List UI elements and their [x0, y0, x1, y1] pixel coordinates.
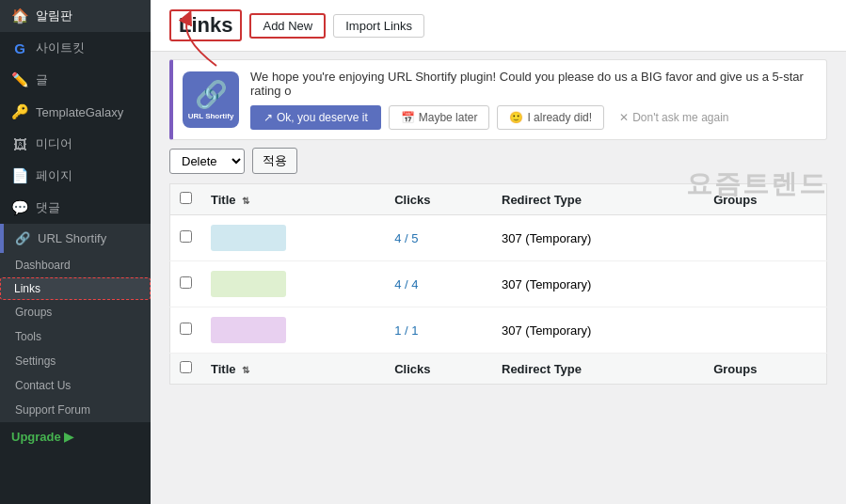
- th-title-label: Title: [211, 193, 236, 207]
- apply-button[interactable]: 적용: [252, 148, 297, 174]
- plugin-logo-text: URL Shortify: [188, 112, 234, 120]
- row-checkbox-cell: [170, 307, 202, 354]
- close-icon: ✕: [619, 111, 629, 124]
- row-checkbox-cell: [170, 215, 202, 261]
- dashboard-icon: 🏠: [11, 8, 28, 24]
- maybe-label: Maybe later: [419, 111, 478, 124]
- notice-actions: ↗ Ok, you deserve it 📅 Maybe later 🙂 I a…: [250, 105, 817, 130]
- add-new-button[interactable]: Add New: [249, 13, 326, 39]
- already-did-button[interactable]: 🙂 I already did!: [497, 105, 604, 130]
- redirect-type-value: 307 (Temporary): [502, 231, 591, 245]
- link-icon: 🔗: [15, 231, 30, 245]
- upgrade-button[interactable]: Upgrade ▶: [0, 422, 151, 451]
- plugin-notice: 🔗 URL Shortify We hope you're enjoying U…: [169, 59, 827, 140]
- select-all-checkbox[interactable]: [180, 192, 192, 204]
- sidebar-sub-links[interactable]: Links: [0, 277, 151, 300]
- sidebar-item-label: 미디어: [36, 135, 72, 152]
- sidebar-item-label: 글: [36, 71, 48, 88]
- posts-icon: ✏️: [11, 71, 28, 88]
- pages-icon: 📄: [11, 167, 28, 184]
- row-redirect-cell: 307 (Temporary): [492, 307, 704, 354]
- th-groups-label: Groups: [713, 193, 757, 207]
- sidebar-item-label: 댓글: [36, 199, 60, 216]
- sidebar-sub-groups[interactable]: Groups: [0, 300, 151, 324]
- sidebar-item-templategalaxy[interactable]: 🔑 TemplateGalaxy: [0, 96, 151, 128]
- sitekit-icon: G: [11, 40, 28, 56]
- dont-ask-button[interactable]: ✕ Don't ask me again: [612, 106, 736, 129]
- links-table: Title ⇅ Clicks Redirect Type Groups: [169, 183, 827, 385]
- sidebar-sub-dashboard[interactable]: Dashboard: [0, 253, 151, 277]
- row-groups-cell: [704, 215, 826, 261]
- row-title-cell: [201, 261, 385, 307]
- sidebar-sub-contact[interactable]: Contact Us: [0, 373, 151, 398]
- comments-icon: 💬: [11, 199, 28, 216]
- table-row: 1 / 1 307 (Temporary): [170, 307, 827, 354]
- smile-icon: 🙂: [509, 111, 523, 124]
- dontask-label: Don't ask me again: [632, 111, 728, 124]
- url-shortify-submenu: Dashboard Links Groups Tools Settings Co…: [0, 253, 151, 422]
- title-sort-icon-footer[interactable]: ⇅: [242, 365, 249, 375]
- clicks-link[interactable]: 4 / 5: [394, 231, 418, 245]
- sidebar-sub-support[interactable]: Support Forum: [0, 398, 151, 422]
- ok-label: Ok, you deserve it: [277, 111, 368, 124]
- upgrade-label: Upgrade ▶: [11, 430, 73, 444]
- link-color-indicator: [211, 225, 286, 251]
- redirect-type-value: 307 (Temporary): [502, 277, 591, 291]
- clicks-link[interactable]: 4 / 4: [394, 277, 418, 291]
- already-label: I already did!: [527, 111, 592, 124]
- clicks-link[interactable]: 1 / 1: [394, 323, 418, 338]
- tf-checkbox: [170, 354, 202, 385]
- sidebar-item-label: TemplateGalaxy: [36, 105, 123, 119]
- sidebar: 🏠 알림판 G 사이트킷 ✏️ 글 🔑 TemplateGalaxy 🖼 미디어…: [0, 0, 151, 504]
- plugin-logo-icon: 🔗: [195, 79, 228, 110]
- row-checkbox[interactable]: [180, 276, 192, 289]
- row-checkbox[interactable]: [180, 323, 192, 335]
- link-color-indicator: [211, 271, 286, 297]
- import-links-button[interactable]: Import Links: [333, 14, 424, 38]
- row-clicks-cell: 4 / 4: [385, 261, 492, 307]
- sidebar-item-media[interactable]: 🖼 미디어: [0, 128, 151, 160]
- row-checkbox-cell: [170, 261, 202, 307]
- url-shortify-label: URL Shortify: [38, 231, 106, 245]
- row-checkbox[interactable]: [180, 230, 192, 243]
- sidebar-item-pages[interactable]: 📄 페이지: [0, 160, 151, 192]
- maybe-later-button[interactable]: 📅 Maybe later: [389, 105, 490, 130]
- tf-title-label: Title: [211, 362, 236, 376]
- main-content: Links Add New Import Links 🔗 URL Shortif…: [151, 0, 846, 504]
- external-link-icon: ↗: [263, 111, 273, 124]
- tf-clicks: Clicks: [385, 354, 492, 385]
- bulk-action-select[interactable]: Delete: [169, 149, 245, 174]
- sidebar-item-label: 알림판: [36, 8, 72, 24]
- sidebar-sub-settings[interactable]: Settings: [0, 349, 151, 373]
- row-clicks-cell: 1 / 1: [385, 307, 492, 354]
- table-controls: Delete 적용: [169, 148, 827, 174]
- notice-content: We hope you're enjoying URL Shortify plu…: [250, 70, 817, 130]
- tf-redirect-type: Redirect Type: [492, 354, 704, 385]
- sidebar-item-posts[interactable]: ✏️ 글: [0, 64, 151, 96]
- key-icon: 🔑: [11, 103, 28, 120]
- table-row: 4 / 5 307 (Temporary): [170, 215, 827, 261]
- sidebar-sub-tools[interactable]: Tools: [0, 324, 151, 349]
- th-redirect-label: Redirect Type: [502, 193, 582, 207]
- row-groups-cell: [704, 261, 826, 307]
- tf-clicks-label: Clicks: [394, 362, 430, 376]
- th-clicks: Clicks: [385, 184, 492, 215]
- redirect-type-value: 307 (Temporary): [502, 323, 591, 338]
- row-title-cell: [201, 215, 385, 261]
- plugin-logo: 🔗 URL Shortify: [183, 71, 239, 128]
- ok-button[interactable]: ↗ Ok, you deserve it: [250, 105, 381, 130]
- sidebar-item-label: 사이트킷: [36, 39, 85, 56]
- notice-message: We hope you're enjoying URL Shortify plu…: [250, 70, 817, 98]
- sidebar-item-comments[interactable]: 💬 댓글: [0, 192, 151, 224]
- sidebar-item-dashboard[interactable]: 🏠 알림판: [0, 0, 151, 32]
- th-groups: Groups: [704, 184, 826, 215]
- select-all-footer-checkbox[interactable]: [180, 361, 192, 373]
- table-footer-row: Title ⇅ Clicks Redirect Type Groups: [170, 354, 827, 385]
- title-sort-icon[interactable]: ⇅: [242, 196, 249, 206]
- tf-title: Title ⇅: [201, 354, 385, 385]
- sidebar-item-url-shortify[interactable]: 🔗 URL Shortify: [0, 224, 151, 253]
- row-redirect-cell: 307 (Temporary): [492, 215, 704, 261]
- row-clicks-cell: 4 / 5: [385, 215, 492, 261]
- sidebar-item-sitekit[interactable]: G 사이트킷: [0, 32, 151, 64]
- th-checkbox: [170, 184, 202, 215]
